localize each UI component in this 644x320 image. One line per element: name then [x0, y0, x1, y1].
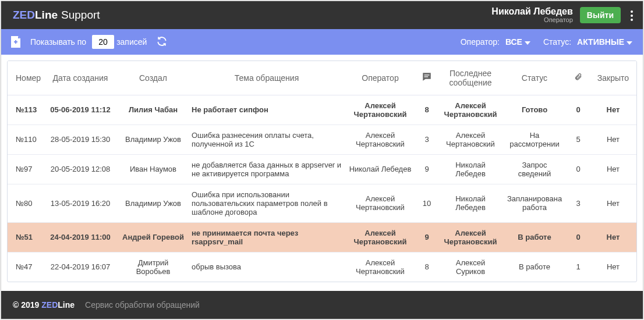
table-row[interactable]: №8013-05-2019 16:20Владимир УжовОшибка п… [8, 184, 636, 222]
cell-subject: Ошибка при использовании пользовательски… [188, 184, 345, 222]
cell-closed: Нет [590, 222, 636, 252]
col-subject[interactable]: Тема обращения [188, 61, 345, 95]
cell-author: Владимир Ужов [118, 184, 188, 222]
operator-filter-value: ВСЕ [505, 37, 522, 47]
cell-author: Андрей Горевой [118, 222, 188, 252]
cell-author: Лилия Чабан [118, 95, 188, 125]
status-filter-label: Статус: [543, 37, 571, 47]
cell-created: 28-05-2019 15:30 [43, 125, 118, 154]
cell-attach: 0 [567, 95, 590, 125]
page-size-label-post: записей [116, 37, 147, 47]
svg-point-2 [631, 19, 633, 21]
svg-rect-5 [424, 75, 430, 76]
cell-last-msg: Алексей Чертановский [438, 222, 503, 252]
tickets-table-card: Номер Дата создания Создал Тема обращени… [7, 61, 637, 282]
cell-attach: 1 [567, 252, 590, 282]
cell-last-msg: Алексей Суриков [438, 252, 503, 282]
cell-msg-count: 8 [415, 252, 438, 282]
logo-support: Support [61, 9, 100, 22]
cell-operator: Алексей Чертановский [345, 222, 415, 252]
cell-last-msg: Николай Лебедев [438, 184, 503, 222]
cell-created: 13-05-2019 16:20 [43, 184, 118, 222]
page-size-label-pre: Показывать по [30, 37, 86, 47]
cell-number: №97 [8, 154, 43, 184]
svg-point-1 [631, 15, 633, 17]
cell-closed: Нет [590, 184, 636, 222]
cell-created: 05-06-2019 11:12 [43, 95, 118, 125]
table-row[interactable]: №11028-05-2019 15:30Владимир УжовОшибка … [8, 125, 636, 154]
col-attach-icon[interactable] [567, 61, 590, 95]
user-role: Оператор [491, 16, 573, 23]
cell-created: 24-04-2019 11:00 [43, 222, 118, 252]
cell-status: На рассмотрении [503, 125, 567, 154]
svg-rect-6 [424, 77, 429, 77]
more-menu-icon[interactable] [628, 9, 636, 22]
svg-rect-4 [15, 40, 16, 44]
cell-operator: Алексей Чертановский [345, 184, 415, 222]
table-row[interactable]: №5124-04-2019 11:00Андрей Горевойне прин… [8, 222, 636, 252]
col-author[interactable]: Создал [118, 61, 188, 95]
logout-button[interactable]: Выйти [580, 7, 621, 23]
cell-number: №113 [8, 95, 43, 125]
cell-created: 20-05-2019 12:08 [43, 154, 118, 184]
svg-point-0 [631, 10, 633, 13]
new-ticket-icon[interactable] [9, 35, 22, 49]
operator-filter[interactable]: Оператор: ВСЕ [461, 35, 533, 49]
toolbar: Показывать по записей Оператор: ВСЕ Стат… [1, 29, 643, 55]
tickets-table: Номер Дата создания Создал Тема обращени… [8, 61, 636, 282]
user-name: Николай Лебедев [491, 7, 573, 16]
col-operator[interactable]: Оператор [345, 61, 415, 95]
cell-number: №80 [8, 184, 43, 222]
cell-msg-count: 9 [415, 154, 438, 184]
cell-number: №110 [8, 125, 43, 154]
cell-attach: 5 [567, 125, 590, 154]
col-created[interactable]: Дата создания [43, 61, 118, 95]
cell-created: 22-04-2019 16:07 [43, 252, 118, 282]
cell-closed: Нет [590, 154, 636, 184]
logo-line: Line [35, 9, 58, 22]
page-size-input[interactable] [92, 35, 114, 49]
app-logo: ZEDLine Support [13, 9, 100, 22]
operator-filter-label: Оператор: [461, 37, 500, 47]
cell-status: Запланирована работа [503, 184, 567, 222]
cell-subject: Ошибка разнесения оплаты счета, полученн… [188, 125, 345, 154]
footer-bar: © 2019 ZEDLine Сервис обработки обращени… [1, 291, 643, 319]
refresh-icon[interactable] [156, 35, 168, 49]
cell-subject: Не работает сипфон [188, 95, 345, 125]
cell-operator: Николай Лебедев [345, 154, 415, 184]
cell-closed: Нет [590, 252, 636, 282]
footer-tagline: Сервис обработки обращений [85, 300, 200, 310]
col-last-msg[interactable]: Последнее сообщение [438, 61, 503, 95]
cell-closed: Нет [590, 95, 636, 125]
table-row[interactable]: №11305-06-2019 11:12Лилия ЧабанНе работа… [8, 95, 636, 125]
table-header-row: Номер Дата создания Создал Тема обращени… [8, 61, 636, 95]
col-closed[interactable]: Закрыто [590, 61, 636, 95]
cell-number: №51 [8, 222, 43, 252]
cell-operator: Алексей Чертановский [345, 252, 415, 282]
cell-attach: 3 [567, 184, 590, 222]
col-status[interactable]: Статус [503, 61, 567, 95]
table-row[interactable]: №9720-05-2019 12:08Иван Наумовне добавля… [8, 154, 636, 184]
cell-status: Готово [503, 95, 567, 125]
cell-attach: 0 [567, 222, 590, 252]
status-filter-value: АКТИВНЫЕ [577, 37, 624, 47]
cell-author: Дмитрий Воробьев [118, 252, 188, 282]
cell-msg-count: 10 [415, 184, 438, 222]
cell-status: В работе [503, 252, 567, 282]
cell-last-msg: Алексей Чертановский [438, 125, 503, 154]
cell-status: Запрос сведений [503, 154, 567, 184]
cell-attach: 0 [567, 154, 590, 184]
col-number[interactable]: Номер [8, 61, 43, 95]
caret-down-icon [525, 37, 530, 47]
cell-author: Владимир Ужов [118, 125, 188, 154]
cell-operator: Алексей Чертановский [345, 95, 415, 125]
cell-subject: обрыв вызова [188, 252, 345, 282]
table-row[interactable]: №4722-04-2019 16:07Дмитрий Воробьевобрыв… [8, 252, 636, 282]
cell-operator: Алексей Чертановский [345, 125, 415, 154]
cell-status: В работе [503, 222, 567, 252]
user-block: Николай Лебедев Оператор [491, 7, 573, 23]
status-filter[interactable]: Статус: АКТИВНЫЕ [543, 35, 635, 49]
col-messages-icon[interactable] [415, 61, 438, 95]
cell-closed: Нет [590, 125, 636, 154]
cell-last-msg: Николай Лебедев [438, 154, 503, 184]
